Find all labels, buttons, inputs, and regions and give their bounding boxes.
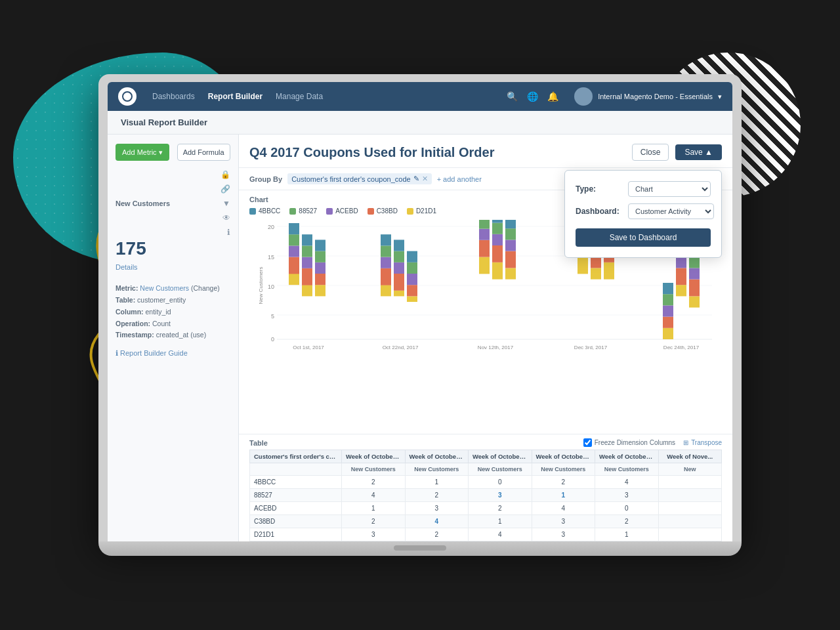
transpose-button[interactable]: ⊞ Transpose: [683, 439, 722, 446]
table-header-row-main: Customer's first order's coupon_code Wee…: [250, 450, 722, 463]
close-button[interactable]: Close: [632, 144, 669, 161]
subheader-oct8: New Customers: [405, 463, 469, 476]
svg-rect-82: [689, 268, 700, 279]
col-header-oct1: Week of October 1st, 2017: [342, 450, 406, 463]
save-dashboard-label: Dashboard:: [576, 207, 623, 216]
freeze-checkbox[interactable]: Freeze Dimension Columns: [583, 438, 675, 447]
svg-rect-73: [663, 294, 673, 305]
svg-rect-83: [689, 257, 700, 268]
info-icon[interactable]: ℹ: [227, 228, 230, 237]
svg-rect-34: [394, 251, 404, 262]
col-header-oct8: Week of October 8th, 2017: [405, 450, 469, 463]
page-title: Visual Report Builder: [121, 117, 207, 127]
cell-c38bd-6: [658, 515, 722, 528]
save-dashboard-select[interactable]: Customer ActivityExecutive OverviewSales…: [628, 203, 714, 219]
svg-text:Oct 1st, 2017: Oct 1st, 2017: [293, 345, 324, 350]
svg-rect-23: [315, 262, 326, 274]
svg-rect-65: [604, 262, 614, 280]
svg-rect-31: [394, 291, 404, 297]
cell-c38bd-2: 4: [405, 515, 469, 528]
svg-rect-19: [302, 245, 312, 257]
cell-4bbcc-3: 0: [469, 476, 532, 489]
svg-rect-20: [302, 234, 312, 245]
svg-rect-53: [505, 240, 516, 251]
edit-icon[interactable]: ✎: [413, 175, 419, 183]
svg-rect-52: [505, 251, 516, 268]
subheader-oct29: New Customers: [595, 463, 659, 476]
add-metric-button[interactable]: Add Metric ▾: [116, 144, 169, 161]
svg-rect-21: [315, 285, 326, 296]
svg-text:0: 0: [271, 336, 274, 343]
table-info-value: customer_entity: [137, 296, 186, 304]
report-builder-guide-link[interactable]: ℹ Report Builder Guide: [116, 349, 230, 358]
table-row: 88527 4 2 3 1 3: [250, 489, 722, 502]
details-link[interactable]: Details: [116, 263, 138, 271]
svg-rect-29: [381, 245, 391, 257]
nav-link-manage-data[interactable]: Manage Data: [276, 92, 323, 101]
timestamp-info-label: Timestamp:: [116, 331, 154, 339]
nav-link-dashboards[interactable]: Dashboards: [152, 92, 195, 101]
table-subheader-row: New Customers New Customers New Customer…: [250, 463, 722, 476]
eye-icon[interactable]: 👁: [222, 213, 230, 222]
subheader-nove: New: [658, 463, 722, 476]
row-label-c38bd: C38BD: [250, 515, 342, 528]
bell-icon[interactable]: 🔔: [547, 91, 558, 102]
svg-text:10: 10: [268, 284, 274, 290]
cell-d21d1-6: [658, 528, 722, 541]
svg-rect-75: [676, 285, 686, 296]
svg-rect-38: [407, 274, 417, 285]
lock-icon[interactable]: 🔒: [220, 170, 230, 179]
nav-dropdown-icon: ▾: [718, 93, 722, 101]
nav-user-menu[interactable]: Internal Magento Demo - Essentials ▾: [574, 87, 722, 106]
cell-acebd-5: 0: [595, 502, 659, 515]
svg-rect-36: [407, 296, 417, 302]
operation-info-label: Operation:: [116, 320, 150, 327]
cell-4bbcc-4: 2: [532, 476, 595, 489]
row-label-acebd: ACEBD: [250, 502, 342, 515]
link-icon[interactable]: 🔗: [220, 184, 230, 194]
freeze-checkbox-input[interactable]: [583, 438, 592, 447]
main-content: Add Metric ▾ Add Formula New Customers 🔒…: [108, 135, 732, 541]
cell-4bbcc-5: 4: [595, 476, 659, 489]
svg-rect-15: [289, 223, 299, 234]
save-button[interactable]: Save ▲: [675, 144, 722, 160]
group-by-label: Group By: [249, 175, 282, 183]
svg-rect-60: [591, 268, 601, 279]
metric-value: 175: [116, 238, 230, 259]
table-row: 4BBCC 2 1 0 2 4: [250, 476, 722, 489]
subheader-oct1: New Customers: [342, 463, 406, 476]
svg-rect-50: [492, 220, 503, 223]
remove-group-by-icon[interactable]: ✕: [422, 175, 428, 183]
legend-label-d21d1: D21D1: [416, 207, 436, 215]
report-header: Q4 2017 Coupons Used for Initial Order C…: [239, 135, 732, 168]
nav-logo-inner: [122, 91, 133, 102]
svg-rect-54: [505, 228, 516, 240]
svg-rect-35: [394, 240, 404, 251]
legend-dot-4bbcc: [249, 208, 256, 215]
col-header-label: Customer's first order's coupon_code: [250, 450, 342, 463]
legend-item-c38bd: C38BD: [368, 207, 398, 215]
timestamp-info-value: created_at (use): [156, 331, 206, 339]
search-icon[interactable]: 🔍: [507, 91, 518, 102]
freeze-label: Freeze Dimension Columns: [595, 439, 675, 446]
svg-text:20: 20: [268, 224, 274, 230]
metric-info-value[interactable]: New Customers: [140, 284, 189, 292]
svg-rect-41: [479, 257, 490, 274]
cell-c38bd-1: 2: [342, 515, 406, 528]
data-table: Customer's first order's coupon_code Wee…: [249, 450, 722, 541]
filter-icon[interactable]: ▼: [222, 199, 230, 208]
svg-rect-44: [479, 220, 490, 229]
globe-icon[interactable]: 🌐: [527, 91, 538, 102]
save-type-select[interactable]: Chart: [628, 181, 711, 197]
add-another-link[interactable]: + add another: [437, 175, 482, 183]
add-formula-button[interactable]: Add Formula: [177, 144, 230, 161]
svg-text:15: 15: [268, 254, 274, 261]
nav-link-report-builder[interactable]: Report Builder: [208, 92, 262, 101]
metric-header: New Customers 🔒 🔗 ▼ 👁 ℹ: [116, 170, 230, 237]
legend-item-88527: 88527: [289, 207, 317, 215]
subheader-oct15: New Customers: [469, 463, 532, 476]
svg-text:Dec 3rd, 2017: Dec 3rd, 2017: [574, 345, 608, 350]
save-to-dashboard-button[interactable]: Save to Dashboard: [576, 228, 711, 247]
cell-d21d1-5: 1: [595, 528, 659, 541]
svg-rect-74: [663, 283, 673, 294]
